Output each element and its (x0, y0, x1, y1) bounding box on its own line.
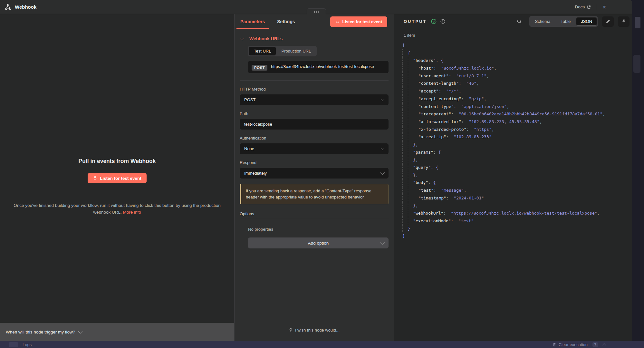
items-count: 1 item (404, 33, 415, 38)
tab-settings[interactable]: Settings (277, 14, 295, 29)
authentication-value: None (244, 146, 254, 151)
json-line: "x-forwarded-proto": "https", (402, 126, 629, 133)
more-info-link[interactable]: More info (123, 210, 141, 215)
logs-label: Logs (23, 342, 32, 347)
webhook-icon (5, 3, 12, 11)
json-line: [ (402, 42, 629, 49)
options-section-title: Options (240, 211, 389, 216)
clear-execution-button[interactable]: Clear execution (552, 342, 588, 347)
http-method-select[interactable]: POST (240, 94, 389, 105)
json-viewer: [{"headers": {"host": "8oxof34hzc.loclx.… (402, 42, 629, 240)
output-toolbar: Schema Table JSON (516, 16, 630, 27)
trigger-accordion[interactable]: When will this node trigger my flow? (0, 323, 234, 341)
lightbulb-icon (289, 328, 293, 333)
pin-data-button[interactable] (618, 16, 630, 27)
search-icon[interactable] (516, 19, 522, 24)
listen-test-event-button-canvas[interactable]: Listen for test event (88, 173, 146, 183)
output-panel: OUTPUT (394, 14, 632, 341)
json-line: "timestamp": "2024-01-01" (402, 194, 629, 202)
webhook-url-display[interactable]: POST https://8oxof34hzc.loclx.io/webhook… (248, 61, 389, 73)
output-view-toggle: Schema Table JSON (529, 16, 598, 27)
field-authentication: Authentication None (240, 136, 389, 154)
http-method-badge: POST (252, 65, 267, 71)
add-option-label: Add option (308, 241, 329, 246)
json-line: "webhookUrl": "https://8oxof34hzc.loclx.… (402, 209, 629, 217)
json-line: "content-length": "46", (402, 80, 629, 87)
chevron-up-icon[interactable] (602, 343, 606, 347)
json-line: "params": { (402, 149, 629, 156)
webhook-urls-title: Webhook URLs (249, 36, 283, 41)
authentication-select[interactable]: None (240, 143, 389, 154)
help-button[interactable]: ? (592, 342, 598, 347)
feature-request-link[interactable]: I wish this node would... (235, 328, 394, 333)
logs-node-chip (9, 342, 18, 347)
output-title: OUTPUT (404, 19, 427, 24)
view-table[interactable]: Table (556, 17, 575, 26)
info-icon (440, 19, 446, 24)
url-type-toggle: Test URL Production URL (248, 46, 317, 56)
respond-label: Respond (240, 160, 389, 165)
path-value: test-localxpose (244, 122, 272, 127)
json-line: "query": { (402, 164, 629, 171)
node-modal: Webhook Docs ✕ Pull in eve (0, 0, 632, 341)
authentication-label: Authentication (240, 136, 389, 140)
json-line: }, (402, 202, 629, 209)
section-divider (240, 80, 389, 81)
canvas-control-glimpse (635, 17, 640, 28)
json-line: "host": "8oxof34hzc.loclx.io", (402, 64, 629, 72)
success-check-icon (431, 18, 437, 24)
logs-bar-actions: Clear execution ? (552, 342, 644, 347)
edit-output-button[interactable] (602, 16, 614, 27)
header-actions: Docs ✕ (575, 4, 608, 10)
pin-icon (621, 19, 626, 24)
json-line: "traceparent": "00-16be0b6402aea148b2bbb… (402, 110, 629, 118)
json-line: "executionMode": "test" (402, 217, 629, 225)
options-divider (240, 219, 389, 219)
field-http-method: HTTP Method POST (240, 87, 389, 105)
external-link-icon (587, 5, 591, 9)
close-icon[interactable]: ✕ (601, 4, 608, 10)
http-method-value: POST (244, 97, 255, 102)
chevron-down-icon (78, 329, 82, 334)
input-panel: Pull in events from Webhook Listen for t… (0, 14, 235, 341)
json-line: "x-forwarded-for": "102.89.83.233, 45.55… (402, 118, 629, 126)
field-path: Path test-localxpose (240, 111, 389, 130)
docs-link[interactable]: Docs (575, 5, 591, 9)
add-option-button[interactable]: Add option (248, 237, 389, 248)
production-url-tab[interactable]: Production URL (276, 47, 316, 55)
view-schema[interactable]: Schema (530, 17, 555, 26)
parameters-form: Webhook URLs Test URL Production URL POS… (235, 29, 394, 322)
content-type-notice: If you are sending back a response, add … (240, 184, 389, 204)
tab-parameters[interactable]: Parameters (240, 14, 265, 29)
listen-test-event-label: Listen for test event (100, 176, 141, 181)
chevron-down-icon (380, 146, 385, 150)
json-line: "headers": { (402, 57, 629, 64)
output-header: OUTPUT (394, 14, 632, 29)
canvas-panel-glimpse (633, 55, 640, 73)
respond-select[interactable]: Immediately (240, 168, 389, 179)
http-method-label: HTTP Method (240, 87, 389, 92)
webhook-urls-section-header[interactable]: Webhook URLs (241, 36, 389, 41)
flask-icon (93, 176, 97, 180)
trigger-hint-block: Pull in events from Webhook Listen for t… (0, 158, 234, 216)
json-line: }, (402, 156, 629, 164)
json-line: "accept": "*/*", (402, 87, 629, 95)
panel-drag-handle[interactable] (307, 8, 326, 15)
json-line: "x-real-ip": "102.89.83.233" (402, 133, 629, 141)
json-line: }, (402, 141, 629, 149)
json-line: } (402, 225, 629, 233)
chevron-down-icon (380, 240, 385, 245)
test-url-tab[interactable]: Test URL (249, 47, 276, 55)
field-respond: Respond Immediately (240, 160, 389, 179)
json-line: "user-agent": "curl/8.7.1", (402, 72, 629, 80)
tab-bar: Parameters Settings Listen for test even… (235, 14, 394, 29)
chevron-down-icon (380, 170, 385, 175)
tab-parameters-label: Parameters (240, 19, 265, 24)
listen-test-event-button[interactable]: Listen for test event (330, 16, 387, 27)
chevron-down-icon (380, 97, 385, 101)
respond-value: Immediately (244, 171, 267, 176)
path-input[interactable]: test-localxpose (240, 119, 389, 130)
no-properties-label: No properties (248, 227, 389, 232)
json-line: { (402, 49, 629, 57)
view-json[interactable]: JSON (576, 17, 597, 26)
